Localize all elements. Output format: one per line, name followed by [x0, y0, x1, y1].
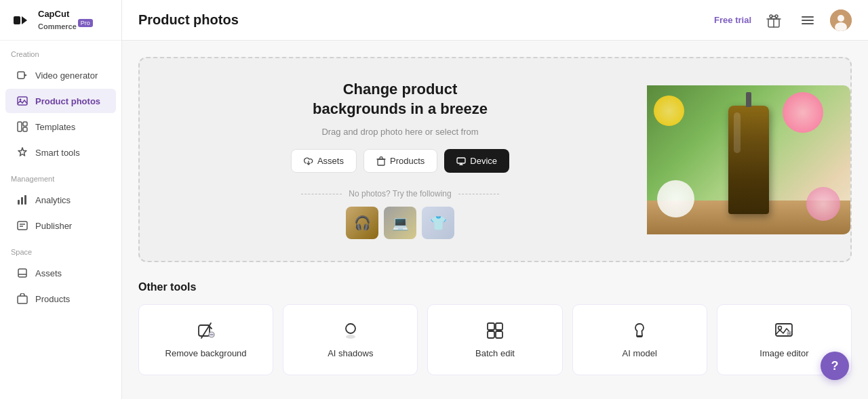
product-image — [647, 85, 850, 234]
sidebar-item-assets[interactable]: Assets — [5, 261, 116, 285]
sidebar-item-smart-tools[interactable]: Smart tools — [5, 140, 116, 165]
section-management: Management — [0, 165, 121, 187]
svg-point-32 — [346, 335, 355, 339]
divider-left — [301, 194, 342, 194]
app-logo: CapCut CommercePro — [0, 0, 121, 41]
svg-point-17 — [770, 15, 772, 18]
sidebar-label-smart: Smart tools — [35, 148, 80, 158]
product-bottle — [728, 106, 769, 214]
product-image-panel — [647, 85, 850, 234]
smart-tools-icon — [16, 146, 28, 159]
sidebar-item-publisher[interactable]: Publisher — [5, 213, 116, 238]
sidebar-item-video-generator[interactable]: Video generator — [5, 63, 116, 87]
sample-thumb-shirt[interactable]: 👕 — [422, 207, 454, 239]
avatar[interactable] — [830, 9, 852, 31]
dropzone-title: Change productbackgrounds in a breeze — [313, 80, 488, 119]
svg-rect-7 — [23, 122, 27, 126]
sidebar-item-products[interactable]: Products — [5, 287, 116, 311]
video-icon — [16, 69, 28, 81]
sidebar-label-photos: Product photos — [35, 96, 100, 106]
flower-yellow — [654, 96, 684, 126]
sidebar-item-templates[interactable]: Templates — [5, 114, 116, 139]
svg-rect-2 — [18, 72, 24, 79]
svg-rect-6 — [18, 122, 22, 131]
sidebar-label-products: Products — [35, 294, 70, 304]
sidebar-label-templates: Templates — [35, 122, 75, 132]
sidebar: CapCut CommercePro Creation Video genera… — [0, 0, 122, 399]
svg-point-39 — [778, 327, 782, 330]
dropzone-buttons: Assets Products Device — [291, 149, 509, 173]
svg-rect-11 — [24, 195, 26, 205]
sidebar-item-analytics[interactable]: Analytics — [5, 188, 116, 212]
help-button[interactable]: ? — [821, 352, 849, 380]
svg-rect-35 — [488, 331, 494, 338]
remove-bg-label: Remove background — [165, 348, 247, 358]
cloud-icon — [304, 156, 313, 166]
svg-rect-36 — [496, 331, 502, 338]
dropzone-card: Change productbackgrounds in a breeze Dr… — [138, 57, 852, 262]
dropzone-left: Change productbackgrounds in a breeze Dr… — [167, 80, 647, 239]
svg-marker-1 — [22, 16, 27, 24]
sidebar-item-product-photos[interactable]: Product photos — [5, 89, 116, 113]
section-space: Space — [0, 238, 121, 260]
svg-point-18 — [775, 15, 778, 18]
product-photos-icon — [16, 95, 28, 107]
image-editor-icon — [774, 321, 793, 340]
sidebar-label-video: Video generator — [35, 70, 98, 81]
device-btn-label: Device — [470, 156, 497, 166]
sidebar-label-assets: Assets — [35, 268, 62, 278]
sample-thumbnails: 🎧 💻 👕 — [346, 207, 454, 239]
batch-edit-icon — [486, 321, 505, 340]
svg-rect-8 — [23, 127, 27, 131]
sidebar-label-publisher: Publisher — [35, 221, 72, 231]
menu-icon-button[interactable] — [796, 9, 819, 32]
publisher-icon — [16, 219, 28, 232]
svg-rect-4 — [18, 97, 27, 105]
logo-icon — [11, 9, 33, 31]
assets-icon — [16, 267, 28, 279]
remove-bg-icon — [197, 321, 216, 340]
svg-rect-25 — [378, 159, 384, 165]
sidebar-label-analytics: Analytics — [35, 195, 71, 205]
ai-shadows-label: AI shadows — [328, 348, 373, 358]
flower-pink-top — [783, 92, 823, 133]
svg-point-31 — [346, 324, 355, 333]
svg-rect-33 — [488, 323, 494, 330]
tool-remove-background[interactable]: Remove background — [138, 304, 273, 375]
flower-pink-bottom — [806, 187, 840, 221]
no-photos-text: No photos? Try the following — [349, 189, 451, 198]
main-content: Product photos Free trial Change product… — [122, 0, 868, 399]
tool-ai-shadows[interactable]: AI shadows — [283, 304, 418, 375]
products-icon — [16, 293, 28, 305]
section-creation: Creation — [0, 41, 121, 62]
svg-point-23 — [837, 15, 844, 22]
gift-icon-button[interactable] — [762, 9, 785, 32]
page-header: Product photos Free trial — [122, 0, 868, 41]
no-photos-row: No photos? Try the following — [301, 189, 498, 198]
image-editor-label: Image editor — [760, 348, 808, 358]
sample-thumb-laptop[interactable]: 💻 — [384, 207, 416, 239]
tool-ai-model[interactable]: AI model — [572, 304, 707, 375]
svg-rect-10 — [21, 197, 23, 205]
other-tools-section: Other tools Remove background — [138, 281, 852, 375]
analytics-icon — [16, 194, 28, 206]
batch-edit-label: Batch edit — [475, 348, 515, 358]
svg-marker-3 — [24, 74, 27, 77]
svg-rect-12 — [18, 222, 27, 230]
dropzone-subtitle: Drag and drop photo here or select from — [321, 127, 478, 137]
assets-button[interactable]: Assets — [291, 149, 357, 173]
svg-rect-34 — [496, 323, 502, 330]
ai-model-icon — [630, 321, 649, 340]
device-button[interactable]: Device — [444, 149, 509, 173]
svg-rect-9 — [18, 200, 20, 205]
ai-model-label: AI model — [623, 348, 657, 358]
tool-batch-edit[interactable]: Batch edit — [427, 304, 562, 375]
svg-rect-0 — [14, 16, 20, 24]
free-trial-button[interactable]: Free trial — [714, 15, 751, 25]
ai-shadows-icon — [341, 321, 360, 340]
products-button[interactable]: Products — [363, 149, 437, 173]
other-tools-title: Other tools — [138, 281, 852, 293]
svg-rect-37 — [637, 336, 642, 337]
sample-thumb-headphones[interactable]: 🎧 — [346, 207, 378, 239]
header-actions: Free trial — [714, 9, 852, 32]
